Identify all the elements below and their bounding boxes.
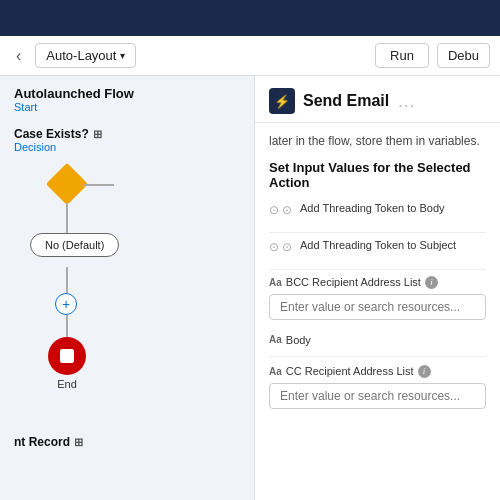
decision-icon: ⊞	[93, 128, 102, 141]
bottom-node-label: nt Record ⊞	[14, 435, 83, 449]
autolayout-button[interactable]: Auto-Layout ▾	[35, 43, 136, 68]
divider-2	[269, 269, 486, 270]
cc-label: CC Recipient Address List	[286, 365, 414, 377]
end-label: End	[57, 378, 77, 390]
bcc-label: BCC Recipient Address List	[286, 276, 421, 288]
divider-3	[269, 356, 486, 357]
canvas-panel: Autolaunched Flow Start Case Exists? ⊞ D…	[0, 76, 255, 500]
end-circle	[48, 337, 86, 375]
field-cc: Aa CC Recipient Address List i	[269, 365, 486, 409]
body-label: Body	[286, 334, 311, 346]
panel-title: Send Email	[303, 92, 389, 110]
run-button[interactable]: Run	[375, 43, 429, 68]
field-threading-body-label: Add Threading Token to Body	[300, 202, 445, 214]
panel-header: ⚡ Send Email …	[255, 76, 500, 123]
connector-v3	[66, 267, 68, 293]
chevron-down-icon: ▾	[120, 50, 125, 61]
flow-canvas: Case Exists? ⊞ Decision No (Default)	[0, 119, 254, 459]
field-bcc: Aa BCC Recipient Address List i	[269, 276, 486, 320]
toolbar: ‹ Auto-Layout ▾ Run Debu	[0, 36, 500, 76]
link-icon-1: ⊙ ⊙	[269, 203, 292, 217]
cc-info-icon[interactable]: i	[418, 365, 431, 378]
end-node[interactable]: End	[48, 337, 86, 390]
end-square-icon	[60, 349, 74, 363]
panel-body: later in the flow, store them in variabl…	[255, 123, 500, 433]
right-panel: ⚡ Send Email … later in the flow, store …	[255, 76, 500, 500]
flow-title: Autolaunched Flow	[14, 86, 240, 101]
decision-type: Decision	[14, 141, 102, 153]
top-bar	[0, 0, 500, 36]
send-email-icon: ⚡	[269, 88, 295, 114]
panel-description: later in the flow, store them in variabl…	[269, 133, 486, 150]
body-prefix: Aa	[269, 334, 282, 345]
field-threading-body: ⊙ ⊙ Add Threading Token to Body	[269, 202, 486, 218]
connector-v2	[66, 203, 68, 233]
main-layout: Autolaunched Flow Start Case Exists? ⊞ D…	[0, 76, 500, 500]
flow-meta: Autolaunched Flow Start	[0, 76, 254, 119]
bcc-input[interactable]	[269, 294, 486, 320]
section-title: Set Input Values for the Selected Action	[269, 160, 486, 190]
connector-h1	[84, 184, 114, 186]
autolayout-label: Auto-Layout	[46, 48, 116, 63]
connector-v4	[66, 315, 68, 337]
divider-1	[269, 232, 486, 233]
bottom-node-icon: ⊞	[74, 436, 83, 449]
field-threading-subject-label: Add Threading Token to Subject	[300, 239, 456, 251]
no-default-node[interactable]: No (Default)	[30, 233, 119, 257]
diamond-node[interactable]	[52, 169, 82, 199]
bcc-info-icon[interactable]: i	[425, 276, 438, 289]
add-node-button[interactable]: +	[55, 293, 77, 315]
decision-node-header: Case Exists? ⊞ Decision	[14, 127, 102, 157]
field-body: Aa Body	[269, 334, 486, 346]
cc-prefix: Aa	[269, 366, 282, 377]
bcc-prefix: Aa	[269, 277, 282, 288]
panel-close[interactable]: …	[397, 91, 421, 112]
nav-back-btn[interactable]: ‹	[10, 45, 27, 67]
decision-label: Case Exists? ⊞	[14, 127, 102, 141]
flow-start-label: Start	[14, 101, 240, 113]
field-threading-subject: ⊙ ⊙ Add Threading Token to Subject	[269, 239, 486, 255]
debug-button[interactable]: Debu	[437, 43, 490, 68]
link-icon-2: ⊙ ⊙	[269, 240, 292, 254]
cc-input[interactable]	[269, 383, 486, 409]
